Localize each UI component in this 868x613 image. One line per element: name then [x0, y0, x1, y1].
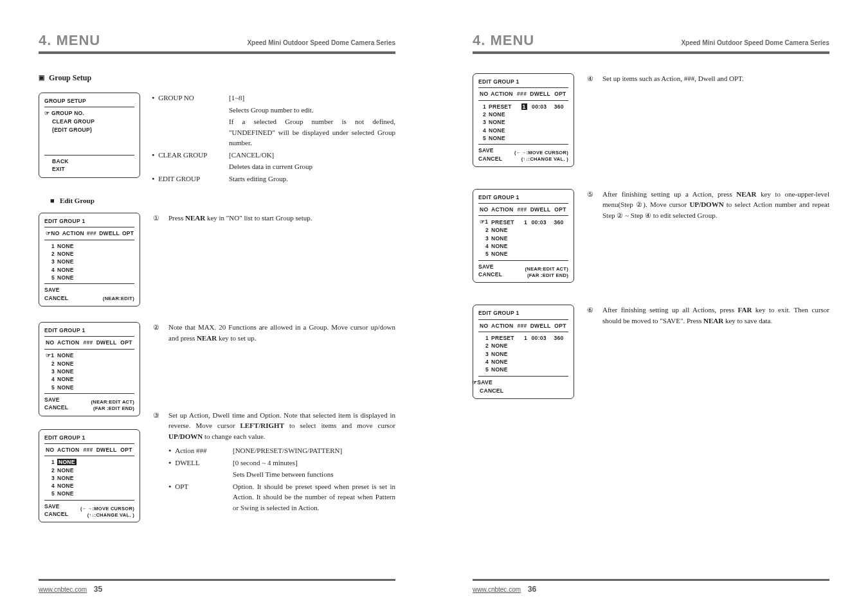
osd-save: SAVE: [44, 396, 68, 404]
page-footer: www.cnbtec.com 35: [39, 579, 395, 594]
osd-edit-group-2: EDIT GROUP 1 NOACTION###DWELLOPT ☞1NONE …: [39, 322, 140, 416]
def-key: EDIT GROUP: [152, 173, 222, 184]
osd-edit-group-4: EDIT GROUP 1 NOACTION###DWELLOPT 1PRESET…: [473, 73, 574, 167]
def-val: Starts editing Group.: [229, 173, 395, 184]
step-text: Press NEAR key in "NO" list to start Gro…: [168, 213, 395, 224]
osd-note: (NEAR:EDIT ACT): [91, 399, 134, 405]
step-text: Note that MAX. 20 Functions are allowed …: [168, 322, 395, 343]
osd-title: GROUP SETUP: [44, 97, 134, 105]
footer-url: www.cnbtec.com: [39, 586, 87, 593]
def-val: [0 second ~ 4 minutes]: [233, 458, 395, 468]
step-number: ③: [152, 410, 161, 442]
osd-title: EDIT GROUP 1: [44, 326, 134, 334]
def-val: Selects Group number to edit.: [229, 105, 395, 116]
osd-back: BACK: [52, 157, 134, 165]
osd-note: (NEAR:EDIT): [103, 296, 134, 302]
step-text: Set up Action, Dwell time and Option. No…: [168, 410, 395, 442]
reverse-cell: 1: [521, 103, 527, 110]
def-val: Deletes data in current Group: [229, 161, 395, 172]
osd-table-body: 1NONE 2NONE 3NONE 4NONE 5NONE: [44, 242, 134, 282]
osd-item: GROUP NO.: [51, 110, 84, 116]
osd-save: SAVE: [478, 263, 502, 271]
def-val: Option. It should be preset speed when p…: [233, 481, 395, 513]
subsection-text: Edit Group: [60, 197, 95, 204]
osd-item: CLEAR GROUP: [52, 118, 134, 125]
page-content-right: EDIT GROUP 1 NOACTION###DWELLOPT 1PRESET…: [473, 67, 829, 579]
header-series: Xpeed Mini Outdoor Speed Dome Camera Ser…: [681, 39, 829, 46]
osd-cancel: CANCEL: [44, 510, 68, 518]
osd-exit: EXIT: [52, 165, 134, 173]
osd-cancel: CANCEL: [478, 155, 502, 163]
osd-note: (FAR :EDIT END): [525, 272, 568, 279]
osd-title: EDIT GROUP 1: [478, 309, 568, 317]
page-right: 4. MENU Xpeed Mini Outdoor Speed Dome Ca…: [434, 0, 868, 613]
page-content-left: ▣ Group Setup GROUP SETUP ☞ GROUP NO. CL…: [39, 67, 395, 579]
osd-edit-group-5: EDIT GROUP 1 NOACTION###DWELLOPT ☞1PRESE…: [473, 189, 574, 283]
def-key: CLEAR GROUP: [152, 150, 222, 161]
step-text: After finishing setting up a Action, pre…: [602, 189, 829, 221]
osd-note: (←→:MOVE CURSOR): [514, 150, 568, 156]
page-number: 35: [94, 585, 102, 594]
osd-item: (EDIT GROUP): [52, 126, 134, 134]
group-def-list: GROUP NO [1~8] Selects Group number to e…: [152, 93, 395, 184]
section-title-text: Group Setup: [49, 73, 91, 82]
osd-note: (↑↓:CHANGE VAL. ): [514, 156, 568, 163]
osd-cancel: CANCEL: [44, 294, 68, 302]
step-text: After finishing setting up all Actions, …: [602, 305, 829, 326]
step-number: ②: [152, 322, 161, 343]
osd-group-setup: GROUP SETUP ☞ GROUP NO. CLEAR GROUP (EDI…: [39, 93, 140, 178]
hand-icon: ☞: [44, 110, 50, 116]
page-header: 4. MENU Xpeed Mini Outdoor Speed Dome Ca…: [473, 32, 829, 54]
header-menu: 4. MENU: [473, 32, 534, 49]
osd-note: (FAR :EDIT END): [91, 405, 134, 412]
osd-table: ☞NOACTION###DWELLOPT: [44, 229, 135, 238]
section-title: ▣ Group Setup: [39, 72, 395, 84]
header-menu: 4. MENU: [39, 32, 100, 49]
osd-title: EDIT GROUP 1: [478, 78, 568, 85]
step-number: ⑥: [586, 305, 595, 326]
osd-title: EDIT GROUP 1: [44, 217, 134, 225]
subsection-edit-group: ■ Edit Group: [50, 195, 395, 206]
osd-note: (↑↓:CHANGE VAL. ): [80, 512, 134, 519]
def-val: [NONE/PRESET/SWING/PATTERN]: [233, 445, 395, 456]
step-number: ①: [152, 213, 161, 224]
square-icon: ■: [50, 197, 55, 204]
step3-defs: Action ### [NONE/PRESET/SWING/PATTERN] D…: [168, 445, 395, 513]
osd-cancel: CANCEL: [480, 387, 568, 395]
step-number: ⑤: [586, 189, 595, 221]
page-footer: www.cnbtec.com 36: [473, 579, 829, 594]
osd-edit-group-1: EDIT GROUP 1 ☞NOACTION###DWELLOPT 1NONE …: [39, 213, 140, 307]
osd-edit-group-3: EDIT GROUP 1 NOACTION###DWELLOPT 1NONE 2…: [39, 429, 140, 523]
osd-save: SAVE: [44, 286, 68, 294]
def-val: [CANCEL/OK]: [229, 150, 395, 161]
page-left: 4. MENU Xpeed Mini Outdoor Speed Dome Ca…: [0, 0, 434, 613]
square-icon: ▣: [39, 74, 44, 81]
def-val: Sets Dwell Time between functions: [233, 469, 395, 480]
osd-title: EDIT GROUP 1: [44, 434, 134, 441]
def-key: Action ###: [168, 445, 226, 456]
osd-save: SAVE: [478, 147, 502, 154]
footer-url: www.cnbtec.com: [473, 586, 521, 593]
step-number: ④: [586, 73, 595, 84]
def-key: OPT: [168, 481, 226, 513]
osd-cancel: CANCEL: [478, 271, 502, 278]
osd-save: SAVE: [477, 379, 493, 386]
step-text: Set up items such as Action, ###, Dwell …: [602, 73, 829, 84]
osd-cancel: CANCEL: [44, 404, 68, 411]
header-series: Xpeed Mini Outdoor Speed Dome Camera Ser…: [247, 39, 395, 46]
osd-title: EDIT GROUP 1: [478, 193, 568, 201]
def-val: [1~8]: [229, 93, 395, 103]
def-key: DWELL: [168, 458, 226, 468]
def-val: If a selected Group number is not define…: [229, 116, 395, 148]
page-number: 36: [528, 585, 536, 594]
reverse-cell: NONE: [57, 459, 77, 465]
osd-note: (NEAR:EDIT ACT): [525, 266, 568, 272]
def-key: GROUP NO: [152, 93, 222, 103]
osd-note: (←→:MOVE CURSOR): [80, 506, 134, 512]
osd-save: SAVE: [44, 502, 68, 510]
osd-edit-group-6: EDIT GROUP 1 NOACTION###DWELLOPT 1PRESET…: [473, 305, 574, 399]
page-header: 4. MENU Xpeed Mini Outdoor Speed Dome Ca…: [39, 32, 395, 54]
